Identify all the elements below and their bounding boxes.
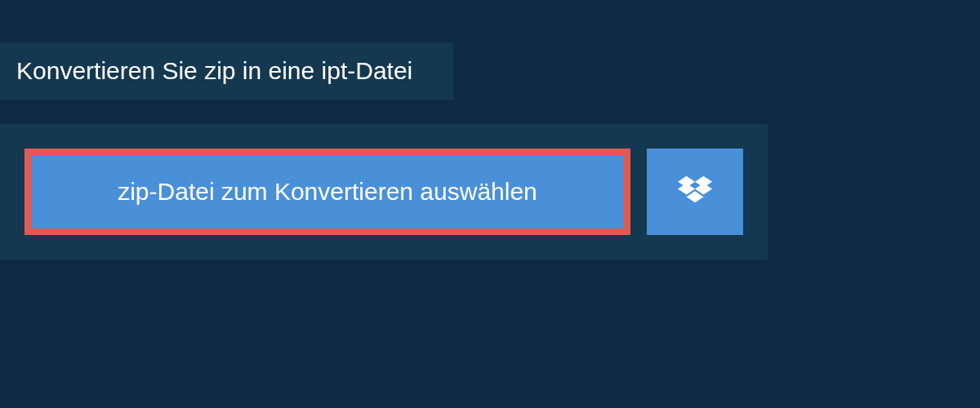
select-file-label: zip-Datei zum Konvertieren auswählen — [118, 178, 537, 206]
upload-panel: zip-Datei zum Konvertieren auswählen — [0, 124, 768, 259]
dropbox-button[interactable] — [647, 149, 743, 235]
page-header: Konvertieren Sie zip in eine ipt-Datei — [0, 42, 453, 100]
dropbox-icon — [678, 175, 712, 209]
page-title: Konvertieren Sie zip in eine ipt-Datei — [16, 57, 437, 85]
select-file-button[interactable]: zip-Datei zum Konvertieren auswählen — [24, 149, 630, 235]
